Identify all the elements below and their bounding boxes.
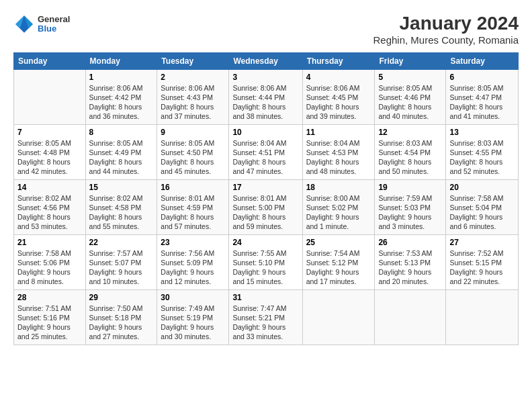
calendar-cell: 16Sunrise: 8:01 AMSunset: 4:59 PMDayligh… (157, 179, 229, 234)
calendar-cell: 12Sunrise: 8:03 AMSunset: 4:54 PMDayligh… (375, 124, 446, 179)
day-number: 15 (89, 183, 154, 192)
week-row-1: 7Sunrise: 8:05 AMSunset: 4:48 PMDaylight… (14, 124, 519, 179)
day-number: 5 (378, 73, 442, 82)
calendar-cell: 28Sunrise: 7:51 AMSunset: 5:16 PMDayligh… (14, 289, 86, 345)
day-number: 27 (449, 238, 515, 247)
week-row-0: 1Sunrise: 8:06 AMSunset: 4:42 PMDaylight… (14, 69, 519, 124)
day-number: 17 (232, 183, 298, 192)
weekday-friday: Friday (375, 52, 446, 69)
week-row-2: 14Sunrise: 8:02 AMSunset: 4:56 PMDayligh… (14, 179, 519, 234)
day-info: Sunrise: 7:47 AMSunset: 5:21 PMDaylight:… (232, 304, 298, 342)
day-info: Sunrise: 8:02 AMSunset: 4:58 PMDaylight:… (89, 193, 154, 232)
day-number: 11 (306, 128, 371, 137)
calendar-cell: 13Sunrise: 8:03 AMSunset: 4:55 PMDayligh… (446, 124, 519, 179)
day-info: Sunrise: 7:49 AMSunset: 5:19 PMDaylight:… (161, 304, 225, 342)
day-number: 19 (378, 183, 442, 192)
calendar-cell: 18Sunrise: 8:00 AMSunset: 5:02 PMDayligh… (302, 179, 375, 234)
day-number: 28 (17, 293, 82, 302)
weekday-saturday: Saturday (446, 52, 519, 69)
calendar-subtitle: Reghin, Mures County, Romania (373, 34, 519, 46)
calendar-cell: 19Sunrise: 7:59 AMSunset: 5:03 PMDayligh… (375, 179, 446, 234)
page: General Blue January 2024 Reghin, Mures … (0, 0, 532, 411)
calendar-cell: 25Sunrise: 7:54 AMSunset: 5:12 PMDayligh… (302, 234, 375, 289)
day-number: 9 (161, 128, 225, 137)
calendar-cell: 22Sunrise: 7:57 AMSunset: 5:07 PMDayligh… (85, 234, 157, 289)
calendar-cell: 9Sunrise: 8:05 AMSunset: 4:50 PMDaylight… (157, 124, 229, 179)
calendar-cell: 4Sunrise: 8:06 AMSunset: 4:45 PMDaylight… (302, 69, 375, 124)
day-number: 23 (161, 238, 225, 247)
calendar-cell (446, 289, 519, 345)
day-info: Sunrise: 7:54 AMSunset: 5:12 PMDaylight:… (306, 248, 371, 287)
weekday-sunday: Sunday (14, 52, 86, 69)
calendar-cell: 6Sunrise: 8:05 AMSunset: 4:47 PMDaylight… (446, 69, 519, 124)
day-info: Sunrise: 8:03 AMSunset: 4:55 PMDaylight:… (449, 138, 515, 177)
day-info: Sunrise: 8:06 AMSunset: 4:44 PMDaylight:… (232, 83, 298, 122)
day-number: 18 (306, 183, 371, 192)
day-info: Sunrise: 8:05 AMSunset: 4:50 PMDaylight:… (161, 138, 225, 177)
day-number: 16 (161, 183, 225, 192)
day-info: Sunrise: 7:55 AMSunset: 5:10 PMDaylight:… (232, 248, 298, 287)
logo-general-text: General (38, 15, 70, 24)
day-info: Sunrise: 8:01 AMSunset: 5:00 PMDaylight:… (232, 193, 298, 232)
calendar-cell (375, 289, 446, 345)
day-number: 12 (378, 128, 442, 137)
day-number: 4 (306, 73, 371, 82)
calendar-cell: 2Sunrise: 8:06 AMSunset: 4:43 PMDaylight… (157, 69, 229, 124)
logo-text: General Blue (38, 15, 70, 34)
day-number: 2 (161, 73, 225, 82)
calendar-cell: 5Sunrise: 8:05 AMSunset: 4:46 PMDaylight… (375, 69, 446, 124)
calendar-cell: 30Sunrise: 7:49 AMSunset: 5:19 PMDayligh… (157, 289, 229, 345)
weekday-monday: Monday (85, 52, 157, 69)
day-number: 7 (17, 128, 82, 137)
day-number: 30 (161, 293, 225, 302)
calendar-cell: 10Sunrise: 8:04 AMSunset: 4:51 PMDayligh… (229, 124, 302, 179)
day-number: 1 (89, 73, 154, 82)
calendar-cell (14, 69, 86, 124)
day-info: Sunrise: 8:02 AMSunset: 4:56 PMDaylight:… (17, 193, 82, 232)
calendar-cell: 21Sunrise: 7:58 AMSunset: 5:06 PMDayligh… (14, 234, 86, 289)
title-block: January 2024 Reghin, Mures County, Roman… (373, 13, 519, 46)
logo-icon (13, 13, 35, 35)
week-row-4: 28Sunrise: 7:51 AMSunset: 5:16 PMDayligh… (14, 289, 519, 345)
day-number: 3 (232, 73, 298, 82)
day-info: Sunrise: 7:56 AMSunset: 5:09 PMDaylight:… (161, 248, 225, 287)
day-info: Sunrise: 8:06 AMSunset: 4:43 PMDaylight:… (161, 83, 225, 122)
day-info: Sunrise: 7:58 AMSunset: 5:04 PMDaylight:… (449, 193, 515, 232)
weekday-header-row: SundayMondayTuesdayWednesdayThursdayFrid… (14, 52, 519, 69)
calendar-cell: 1Sunrise: 8:06 AMSunset: 4:42 PMDaylight… (85, 69, 157, 124)
day-info: Sunrise: 7:57 AMSunset: 5:07 PMDaylight:… (89, 248, 154, 287)
day-info: Sunrise: 8:03 AMSunset: 4:54 PMDaylight:… (378, 138, 442, 177)
weekday-tuesday: Tuesday (157, 52, 229, 69)
calendar-cell: 17Sunrise: 8:01 AMSunset: 5:00 PMDayligh… (229, 179, 302, 234)
weekday-thursday: Thursday (302, 52, 375, 69)
calendar-cell: 26Sunrise: 7:53 AMSunset: 5:13 PMDayligh… (375, 234, 446, 289)
day-info: Sunrise: 7:52 AMSunset: 5:15 PMDaylight:… (449, 248, 515, 287)
day-number: 22 (89, 238, 154, 247)
calendar-cell: 3Sunrise: 8:06 AMSunset: 4:44 PMDaylight… (229, 69, 302, 124)
day-number: 26 (378, 238, 442, 247)
day-number: 21 (17, 238, 82, 247)
day-number: 25 (306, 238, 371, 247)
calendar-cell: 24Sunrise: 7:55 AMSunset: 5:10 PMDayligh… (229, 234, 302, 289)
calendar-cell: 29Sunrise: 7:50 AMSunset: 5:18 PMDayligh… (85, 289, 157, 345)
day-info: Sunrise: 8:00 AMSunset: 5:02 PMDaylight:… (306, 193, 371, 232)
calendar-cell: 20Sunrise: 7:58 AMSunset: 5:04 PMDayligh… (446, 179, 519, 234)
header: General Blue January 2024 Reghin, Mures … (13, 13, 519, 46)
day-number: 13 (449, 128, 515, 137)
day-info: Sunrise: 8:06 AMSunset: 4:45 PMDaylight:… (306, 83, 371, 122)
day-info: Sunrise: 8:05 AMSunset: 4:49 PMDaylight:… (89, 138, 154, 177)
day-number: 10 (232, 128, 298, 137)
week-row-3: 21Sunrise: 7:58 AMSunset: 5:06 PMDayligh… (14, 234, 519, 289)
calendar-cell: 23Sunrise: 7:56 AMSunset: 5:09 PMDayligh… (157, 234, 229, 289)
day-number: 8 (89, 128, 154, 137)
day-info: Sunrise: 8:04 AMSunset: 4:53 PMDaylight:… (306, 138, 371, 177)
weekday-wednesday: Wednesday (229, 52, 302, 69)
calendar-cell: 31Sunrise: 7:47 AMSunset: 5:21 PMDayligh… (229, 289, 302, 345)
day-number: 6 (449, 73, 515, 82)
day-info: Sunrise: 8:04 AMSunset: 4:51 PMDaylight:… (232, 138, 298, 177)
day-info: Sunrise: 7:59 AMSunset: 5:03 PMDaylight:… (378, 193, 442, 232)
day-info: Sunrise: 8:05 AMSunset: 4:47 PMDaylight:… (449, 83, 515, 122)
calendar-cell (302, 289, 375, 345)
day-info: Sunrise: 7:50 AMSunset: 5:18 PMDaylight:… (89, 304, 154, 342)
calendar-cell: 15Sunrise: 8:02 AMSunset: 4:58 PMDayligh… (85, 179, 157, 234)
